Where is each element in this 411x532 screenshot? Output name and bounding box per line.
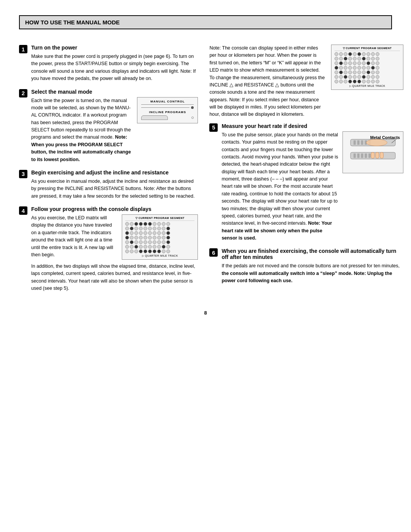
step-3-content: Begin exercising and adjust the incline … (31, 169, 198, 200)
led-row-5 (125, 240, 194, 244)
step-5-text: To use the pulse sensor, place your hand… (221, 131, 339, 242)
led (339, 57, 343, 61)
led (134, 245, 138, 249)
step-1: 1 Turn on the power Make sure that the p… (19, 45, 198, 83)
step-5-body-part1: To use the pulse sensor, place your hand… (221, 132, 338, 189)
tr-led-row-7 (335, 80, 400, 83)
led (353, 75, 357, 79)
led (125, 245, 129, 249)
led (139, 249, 143, 253)
led (162, 240, 166, 244)
led-row-7 (125, 249, 194, 253)
led-row-1 (125, 222, 194, 226)
tr-led-row-5 (335, 70, 400, 74)
right-col-intro-text: Note: The console can display speed in e… (209, 45, 325, 118)
led (130, 222, 134, 226)
step-1-number: 1 (19, 45, 27, 53)
led (157, 236, 161, 240)
led (335, 66, 338, 70)
led (344, 66, 347, 70)
led (162, 249, 166, 253)
step-6-title-bold: When you are finished exercising, the co… (221, 248, 396, 260)
led (335, 80, 338, 83)
step-1-content: Turn on the power Make sure that the pow… (31, 45, 198, 83)
led (335, 57, 338, 61)
step-6-body-regular: If the pedals are not moved and the cons… (221, 263, 400, 268)
metal-contacts-illustration: Metal Contacts (342, 131, 403, 173)
led (335, 70, 338, 74)
led (153, 245, 156, 249)
step-2-title: Select the manual mode (31, 89, 198, 95)
svg-rect-9 (361, 153, 363, 158)
led (376, 70, 379, 74)
led (166, 231, 170, 235)
led-matrix-step4: ▽ CURRENT PROGRAM SEGMENT (122, 214, 198, 260)
led (125, 222, 129, 226)
led (339, 70, 343, 74)
step-3-body: As you exercise in manual mode, adjust t… (31, 178, 198, 200)
page-container: HOW TO USE THE MANUAL MODE 1 Turn on the… (19, 15, 392, 316)
tr-led-row-4 (335, 66, 400, 70)
led (348, 66, 352, 70)
led (148, 231, 152, 235)
led (139, 240, 143, 244)
step-4-content: Follow your progress with the console di… (31, 206, 198, 292)
led (362, 52, 366, 56)
led (143, 240, 147, 244)
panel-curve (141, 115, 168, 120)
led (376, 57, 379, 61)
led (153, 236, 156, 240)
led (366, 66, 370, 70)
led (339, 52, 343, 56)
led (153, 231, 156, 235)
svg-rect-2 (357, 140, 360, 145)
led (371, 61, 375, 65)
step-2-content: Select the manual mode Each time the pow… (31, 89, 198, 163)
led (357, 66, 361, 70)
step-2-inline: Each time the power is turned on, the ma… (31, 97, 198, 163)
panel-dot-1 (191, 106, 194, 109)
led (357, 52, 361, 56)
led-matrix-title-tr: ▽ CURRENT PROGRAM SEGMENT (335, 47, 400, 51)
step-4-inline: As you exercise, the LED matrix will dis… (31, 214, 198, 260)
led-matrix-footer-tr: ▷ QUARTER MILE TRACK (335, 85, 400, 88)
led (357, 75, 361, 79)
led (357, 70, 361, 74)
led (139, 222, 143, 226)
led (162, 227, 166, 230)
led (366, 80, 370, 83)
step-6: 6 When you are finished exercising, the … (209, 248, 403, 284)
led (143, 249, 147, 253)
led-matrix-top-right: ▽ CURRENT PROGRAM SEGMENT (331, 45, 403, 90)
led (162, 222, 166, 226)
svg-rect-3 (361, 140, 363, 145)
led (348, 57, 352, 61)
led (366, 52, 370, 56)
led (353, 80, 357, 83)
svg-rect-1 (354, 140, 356, 145)
step-2-body-part1: Each time the power is turned on, the ma… (31, 98, 131, 140)
panel-sublabel-2: INCLINE PROGRAMS (141, 110, 194, 114)
led (376, 61, 379, 65)
led (344, 52, 347, 56)
led (148, 249, 152, 253)
svg-rect-8 (357, 153, 360, 158)
metal-contacts-label: Metal Contacts (370, 135, 400, 140)
step-5-title: Measure your heart rate if desired (221, 123, 403, 129)
led (134, 240, 138, 244)
led (353, 61, 357, 65)
led (157, 227, 161, 230)
step-6-body-bold: the console will automatically switch in… (221, 271, 392, 283)
step-2-number: 2 (19, 89, 27, 97)
step-5-body-part2: For the most accurate heart rate reading… (221, 184, 338, 226)
led-row-3 (125, 231, 194, 235)
step-6-content: When you are finished exercising, the co… (221, 248, 403, 284)
led (362, 75, 366, 79)
step-1-title: Turn on the power (31, 45, 198, 51)
led (339, 80, 343, 83)
step-2: 2 Select the manual mode Each time the p… (19, 89, 198, 163)
led (371, 66, 375, 70)
led (134, 249, 138, 253)
led (348, 52, 352, 56)
svg-rect-15 (380, 152, 384, 158)
